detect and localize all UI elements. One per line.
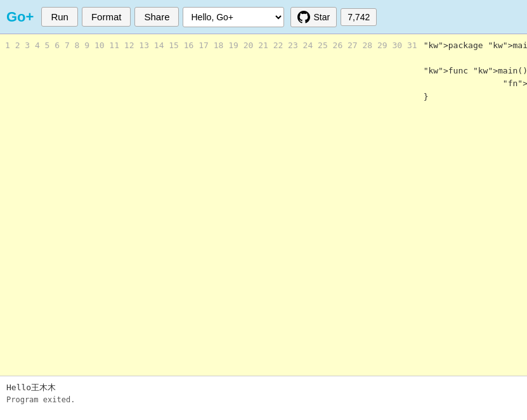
editor-area: 1 2 3 4 5 6 7 8 9 10 11 12 13 14 15 16 1… [0,34,527,376]
github-star-label: Star [313,12,330,22]
line-numbers: 1 2 3 4 5 6 7 8 9 10 11 12 13 14 15 16 1… [0,34,421,376]
output-status: Program exited. [6,395,521,404]
format-button[interactable]: Format [82,7,131,27]
share-button[interactable]: Share [134,7,179,27]
output-result: Hello王木木 [6,381,521,394]
star-count: 7,742 [341,8,377,26]
example-select[interactable]: Hello, Go+Hello, WorldFibonacciSort [183,7,284,27]
logo: Go+ [6,9,34,25]
output-area: Hello王木木 Program exited. [0,376,527,420]
github-star-button[interactable]: Star [290,7,337,27]
run-button[interactable]: Run [41,7,78,27]
code-editor[interactable]: "kw">package "kw">main "kw">func "kw">ma… [421,34,527,376]
github-icon [297,11,310,23]
toolbar: Go+ Run Format Share Hello, Go+Hello, Wo… [0,0,527,34]
